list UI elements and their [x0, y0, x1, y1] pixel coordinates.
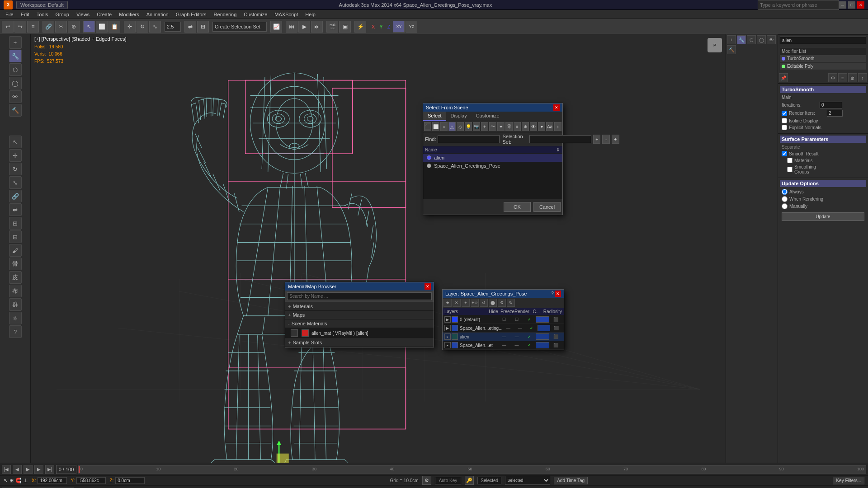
sfs-menu-btn[interactable]: ▾: [538, 122, 545, 131]
layer-highlight-btn[interactable]: ⬤: [489, 299, 497, 307]
when-rendering-radio[interactable]: [782, 196, 788, 202]
menu-customize[interactable]: Customize: [240, 11, 271, 18]
layer-item-alien[interactable]: ▸ alien — — ✓ ⬛: [443, 333, 564, 341]
align-button[interactable]: ⊞: [197, 21, 209, 33]
render-button[interactable]: ▣: [339, 21, 351, 33]
add-time-tag-button[interactable]: Add Time Tag: [554, 477, 588, 484]
display-tab-icon[interactable]: 👁: [767, 35, 776, 44]
autokey-button[interactable]: Auto Key: [435, 477, 462, 484]
select-by-name-button[interactable]: 📋: [108, 21, 120, 33]
timeline-play-btn[interactable]: ▶: [24, 465, 33, 474]
layer-hide4[interactable]: —: [498, 343, 510, 347]
menu-animation[interactable]: Animation: [143, 11, 172, 18]
sfs-none-btn[interactable]: ○: [440, 122, 448, 131]
curve-editor-button[interactable]: 📈: [270, 21, 282, 33]
layer-item-space-alien-greet[interactable]: ▶ Space_Alien...eting... — — ✓ ⬛: [443, 324, 564, 333]
layer-c-toggle[interactable]: [536, 316, 549, 323]
layer-radiosity4[interactable]: ⬛: [549, 343, 562, 347]
sfs-tab-display[interactable]: Display: [446, 112, 472, 121]
layer-radiosity-toggle[interactable]: ⬛: [549, 317, 562, 322]
layer-radiosity3[interactable]: ⬛: [549, 334, 562, 339]
sfs-shapes-btn[interactable]: ◇: [457, 122, 464, 131]
xy-button[interactable]: XY: [393, 21, 405, 33]
object-name-input[interactable]: [780, 37, 866, 44]
reactor-icon[interactable]: ⚛: [9, 312, 22, 324]
timeline-start-btn[interactable]: |◀: [2, 465, 11, 474]
sfs-freeze-btn[interactable]: ❄: [522, 122, 529, 131]
isoline-checkbox[interactable]: [782, 118, 787, 123]
sfs-tab-select[interactable]: Select: [423, 112, 446, 121]
bone-icon[interactable]: 骨: [9, 258, 22, 270]
scale-input[interactable]: [165, 22, 181, 32]
mat-item-alien-mat[interactable]: alien_mat ( VRayMtl ) [alien]: [285, 328, 434, 338]
configure-modifier-sets-icon[interactable]: ⚙: [828, 73, 837, 82]
named-selection-input[interactable]: [212, 22, 267, 32]
render-iters-checkbox[interactable]: [782, 111, 787, 116]
menu-tools[interactable]: Tools: [33, 11, 52, 18]
undo-button[interactable]: ↩: [2, 21, 14, 33]
link-button[interactable]: 🔗: [42, 21, 54, 33]
layer-delete-btn[interactable]: ✕: [453, 299, 461, 307]
layer-item-space-alien-et[interactable]: ▸ Space_Alien...et — — ✓ ⬛: [443, 341, 564, 350]
select-dialog-titlebar[interactable]: Select From Scene ✕: [423, 103, 562, 112]
unlink-button[interactable]: ✂: [55, 21, 67, 33]
paint-icon[interactable]: 🖌: [9, 244, 22, 257]
mat-section-maps[interactable]: + Maps: [285, 311, 434, 319]
mat-search-input[interactable]: [287, 292, 432, 300]
rotate-obj-icon[interactable]: ↻: [9, 163, 22, 175]
layer-render2[interactable]: ✓: [526, 326, 538, 330]
sfs-resize-handle[interactable]: ⇕: [556, 147, 561, 152]
workspace-selector[interactable]: Workspace: Default: [16, 1, 68, 9]
sfs-sort-btn[interactable]: ↕: [554, 122, 561, 131]
utilities-tab-icon[interactable]: 🔨: [727, 45, 736, 54]
layer-radiosity2[interactable]: ⬛: [550, 326, 562, 330]
sfs-ok-button[interactable]: OK: [504, 202, 531, 212]
menu-views[interactable]: Views: [73, 11, 93, 18]
array-icon[interactable]: ⊞: [9, 217, 22, 230]
help-icon[interactable]: ?: [9, 325, 22, 338]
timeline-next-frame-btn[interactable]: ▶: [34, 465, 43, 474]
nav-cube[interactable]: P: [708, 38, 722, 52]
render-setup-button[interactable]: 🎬: [326, 21, 338, 33]
remove-modifier-icon[interactable]: 🗑: [848, 73, 857, 82]
mat-dialog-titlebar[interactable]: Material/Map Browser ✕: [285, 282, 434, 291]
layer-add-btn[interactable]: +: [462, 299, 470, 307]
close-button[interactable]: ✕: [857, 1, 864, 9]
yz-button[interactable]: YZ: [406, 21, 417, 33]
materials-checkbox[interactable]: [787, 158, 793, 163]
select-dialog-close[interactable]: ✕: [553, 104, 560, 111]
sfs-hidden-btn[interactable]: 👁: [530, 122, 537, 131]
display-icon[interactable]: 👁: [9, 90, 22, 103]
mirror-obj-icon[interactable]: ⇌: [9, 203, 22, 216]
selected-objects-dropdown[interactable]: Selected: [505, 476, 550, 484]
sfs-tab-customize[interactable]: Customize: [472, 112, 504, 121]
hierarchy-icon[interactable]: ⬡: [9, 63, 22, 76]
explicit-normals-checkbox[interactable]: [782, 125, 787, 130]
modifier-turbosmooth[interactable]: TurboSmooth: [780, 55, 866, 62]
create-icon[interactable]: +: [9, 36, 22, 49]
layer-dialog-close[interactable]: ✕: [555, 291, 561, 297]
layer-dialog-titlebar[interactable]: Layer: Space_Alien_Greetings_Pose ? ✕: [443, 290, 564, 298]
motion-tab-icon[interactable]: ◯: [757, 35, 766, 44]
layer-c4[interactable]: [536, 342, 549, 348]
play-button[interactable]: ▶: [298, 21, 310, 33]
layer-refresh-btn[interactable]: ↻: [507, 299, 515, 307]
move-button[interactable]: ✛: [124, 21, 136, 33]
scale-button[interactable]: ⤡: [149, 21, 161, 33]
viewport-3d[interactable]: [+] [Perspective] [Shaded + Edged Faces]…: [31, 34, 726, 463]
bind-button[interactable]: ⊕: [68, 21, 80, 33]
layer-freeze2[interactable]: —: [514, 326, 526, 330]
sfs-find-input[interactable]: [438, 135, 500, 143]
layer-freeze3[interactable]: —: [510, 334, 523, 339]
sfs-helpers-btn[interactable]: +: [481, 122, 488, 131]
render-iters-input[interactable]: [827, 110, 843, 117]
sfs-geometry-btn[interactable]: △: [448, 122, 456, 131]
crowd-icon[interactable]: 群: [9, 298, 22, 311]
cloth-icon[interactable]: 布: [9, 285, 22, 297]
mirror-button[interactable]: ⇌: [184, 21, 196, 33]
layer-dialog-help[interactable]: ?: [551, 291, 554, 297]
scale-obj-icon[interactable]: ⤡: [9, 176, 22, 189]
layer-add-sel-btn[interactable]: +☆: [471, 299, 479, 307]
select-all-button[interactable]: ≡: [27, 21, 39, 33]
sfs-sel-set-remove-btn[interactable]: -: [602, 135, 610, 144]
